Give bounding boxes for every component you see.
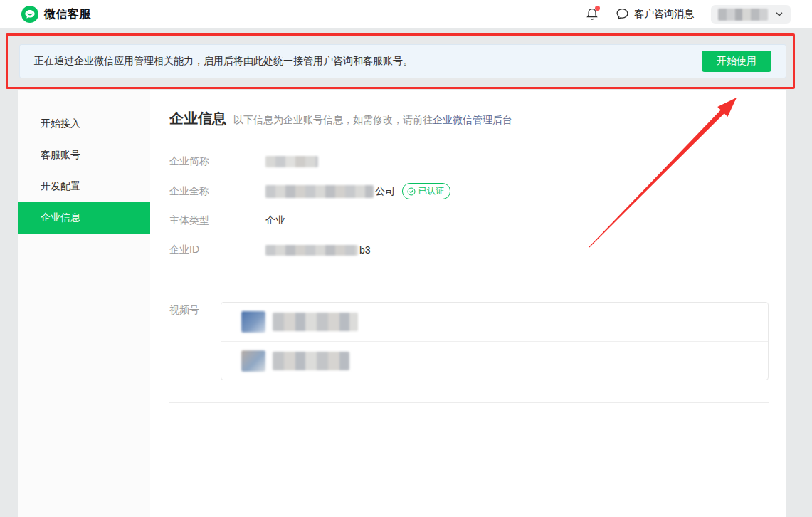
subtitle-text: 以下信息为企业账号信息，如需修改，请前往 bbox=[233, 114, 433, 125]
field-label: 企业简称 bbox=[169, 155, 265, 168]
redacted-avatar bbox=[241, 311, 265, 333]
notification-red-dot bbox=[595, 6, 600, 11]
main-content: 企业信息 以下信息为企业账号信息，如需修改，请前往企业微信管理后台 企业简称 企… bbox=[150, 90, 786, 517]
field-enterprise-full-name: 企业全称 公司 已认证 bbox=[169, 183, 769, 199]
wecom-admin-link[interactable]: 企业微信管理后台 bbox=[433, 114, 512, 125]
account-dropdown[interactable] bbox=[711, 5, 791, 24]
field-value: 企业 bbox=[265, 214, 285, 227]
redacted-avatar bbox=[241, 350, 265, 372]
enable-unified-management-banner: 正在通过企业微信应用管理相关能力，启用后将由此处统一接管用户咨询和客服账号。 开… bbox=[19, 44, 786, 78]
page-subtitle: 以下信息为企业账号信息，如需修改，请前往企业微信管理后台 bbox=[233, 114, 512, 127]
field-enterprise-short-name: 企业简称 bbox=[169, 154, 769, 169]
redacted-value bbox=[265, 156, 318, 167]
sidebar-item-service-accounts[interactable]: 客服账号 bbox=[18, 140, 150, 171]
sidebar-item-start-access[interactable]: 开始接入 bbox=[18, 108, 150, 140]
field-subject-type: 主体类型 企业 bbox=[169, 213, 769, 229]
redacted-name bbox=[273, 313, 358, 331]
redacted-value bbox=[265, 245, 358, 256]
title-row: 企业信息 以下信息为企业账号信息，如需修改，请前往企业微信管理后台 bbox=[169, 109, 769, 128]
video-channel-row[interactable] bbox=[221, 341, 768, 380]
field-label: 企业全称 bbox=[169, 185, 265, 198]
consult-label: 客户咨询消息 bbox=[634, 8, 694, 21]
redacted-value bbox=[265, 185, 374, 198]
value-suffix: 公司 bbox=[375, 185, 395, 198]
notification-bell-button[interactable] bbox=[584, 6, 600, 22]
field-value bbox=[265, 156, 318, 167]
field-label: 企业ID bbox=[169, 244, 265, 256]
section-divider bbox=[169, 402, 769, 403]
video-channel-section: 视频号 bbox=[169, 302, 769, 380]
video-channel-list bbox=[221, 302, 769, 380]
wechat-customer-service-page: 微信客服 客户咨询消息 bbox=[0, 0, 812, 517]
app-title: 微信客服 bbox=[44, 7, 91, 22]
header-right-group: 客户咨询消息 bbox=[584, 5, 791, 24]
customer-consult-messages-button[interactable]: 客户咨询消息 bbox=[616, 8, 694, 21]
field-value: b3 bbox=[265, 244, 371, 256]
sidebar-nav: 开始接入 客服账号 开发配置 企业信息 bbox=[18, 90, 150, 517]
app-logo: 微信客服 bbox=[21, 6, 91, 23]
chevron-down-icon bbox=[775, 11, 784, 17]
field-value: 公司 已认证 bbox=[265, 183, 450, 199]
field-label: 主体类型 bbox=[169, 214, 265, 227]
top-header: 微信客服 客户咨询消息 bbox=[0, 0, 812, 28]
redacted-name bbox=[273, 352, 349, 370]
start-using-button[interactable]: 开始使用 bbox=[702, 51, 771, 72]
page-title: 企业信息 bbox=[169, 109, 226, 128]
sidebar-item-dev-config[interactable]: 开发配置 bbox=[18, 171, 150, 202]
wechat-kf-logo-icon bbox=[21, 6, 38, 23]
banner-message: 正在通过企业微信应用管理相关能力，启用后将由此处统一接管用户咨询和客服账号。 bbox=[34, 55, 413, 68]
section-divider bbox=[169, 273, 769, 273]
verified-badge: 已认证 bbox=[402, 183, 450, 199]
verified-badge-label: 已认证 bbox=[418, 185, 444, 197]
video-channel-row[interactable] bbox=[221, 303, 768, 341]
field-enterprise-id: 企业ID b3 bbox=[169, 242, 769, 258]
video-channel-label: 视频号 bbox=[169, 302, 221, 380]
sidebar-item-enterprise-info[interactable]: 企业信息 bbox=[18, 202, 150, 234]
chat-bubble-icon bbox=[616, 8, 629, 21]
verified-check-icon bbox=[407, 187, 416, 196]
account-name-redacted bbox=[718, 9, 768, 21]
value-suffix: b3 bbox=[359, 244, 371, 256]
